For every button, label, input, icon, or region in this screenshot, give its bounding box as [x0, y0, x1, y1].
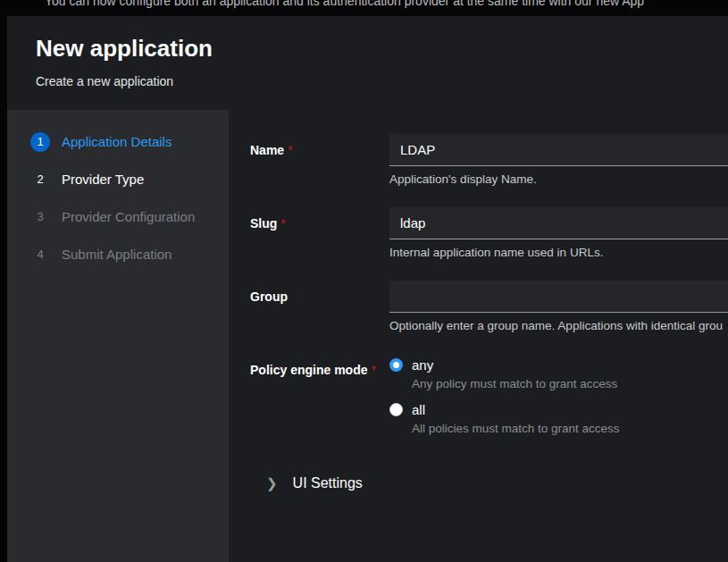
group-input[interactable] [389, 281, 728, 313]
new-application-modal: New application Create a new application… [7, 16, 728, 562]
name-field-row: Name* Application's display Name. [250, 134, 728, 186]
step-number-badge: 3 [30, 207, 50, 227]
slug-field-control: Internal application name used in URLs. [389, 207, 728, 259]
radio-unchecked-icon[interactable] [389, 403, 403, 416]
chevron-right-icon: ❯ [266, 476, 278, 490]
label-text: Policy engine mode [250, 363, 367, 377]
step-label: Application Details [62, 134, 172, 149]
modal-body: 1 Application Details 2 Provider Type 3 … [7, 110, 728, 562]
required-asterisk: * [288, 143, 292, 157]
name-field-control: Application's display Name. [389, 134, 728, 186]
required-asterisk: * [371, 363, 375, 377]
slug-field-label: Slug* [250, 207, 389, 259]
modal-title: New application [36, 36, 728, 62]
step-label: Submit Application [62, 247, 172, 262]
radio-checked-icon[interactable] [389, 358, 403, 372]
name-input[interactable] [389, 134, 728, 166]
wizard-step-submit-application: 4 Submit Application [7, 236, 229, 273]
ui-settings-expander[interactable]: ❯ UI Settings [250, 475, 728, 491]
radio-option-label: all [412, 402, 425, 417]
step-number-badge: 2 [30, 170, 50, 189]
step-number-badge: 4 [30, 245, 50, 264]
required-asterisk: * [280, 216, 285, 231]
modal-subtitle: Create a new application [36, 74, 728, 88]
name-field-help: Application's display Name. [389, 172, 728, 186]
slug-field-help: Internal application name used in URLs. [389, 246, 728, 259]
application-details-form: Name* Application's display Name. Slug* … [229, 110, 728, 562]
modal-header: New application Create a new application [7, 16, 728, 110]
step-label: Provider Type [62, 172, 144, 187]
page-background: { "banner": { "text": "You can now confi… [0, 0, 728, 562]
group-field-control: Optionally enter a group name. Applicati… [389, 281, 728, 332]
wizard-step-provider-configuration: 3 Provider Configuration [7, 198, 229, 236]
label-text: Slug [250, 216, 277, 231]
policy-engine-mode-row: Policy engine mode* any Any policy must … [250, 354, 728, 447]
group-field-label: Group [250, 281, 389, 332]
wizard-nav: 1 Application Details 2 Provider Type 3 … [7, 110, 229, 562]
wizard-step-application-details[interactable]: 1 Application Details [7, 123, 229, 161]
notification-banner: You can now configure both an applicatio… [0, 0, 728, 10]
radio-option-any[interactable]: any [389, 357, 728, 373]
policy-engine-mode-options: any Any policy must match to grant acces… [389, 354, 728, 447]
group-field-help: Optionally enter a group name. Applicati… [389, 319, 728, 332]
radio-option-label: any [412, 357, 433, 373]
radio-option-all[interactable]: all [389, 402, 728, 417]
step-label: Provider Configuration [62, 209, 195, 224]
ui-settings-label: UI Settings [293, 475, 363, 491]
step-number-badge: 1 [30, 132, 50, 152]
slug-field-row: Slug* Internal application name used in … [250, 207, 728, 259]
radio-option-any-help: Any policy must match to grant access [412, 377, 728, 390]
name-field-label: Name* [250, 134, 389, 186]
label-text: Name [250, 143, 284, 157]
wizard-step-provider-type[interactable]: 2 Provider Type [7, 161, 229, 198]
policy-engine-mode-label: Policy engine mode* [250, 354, 389, 447]
label-text: Group [250, 289, 288, 304]
radio-option-all-help: All policies must match to grant access [412, 422, 728, 435]
notification-banner-text: You can now configure both an applicatio… [45, 0, 728, 8]
group-field-row: Group Optionally enter a group name. App… [250, 281, 728, 332]
slug-input[interactable] [389, 207, 728, 239]
